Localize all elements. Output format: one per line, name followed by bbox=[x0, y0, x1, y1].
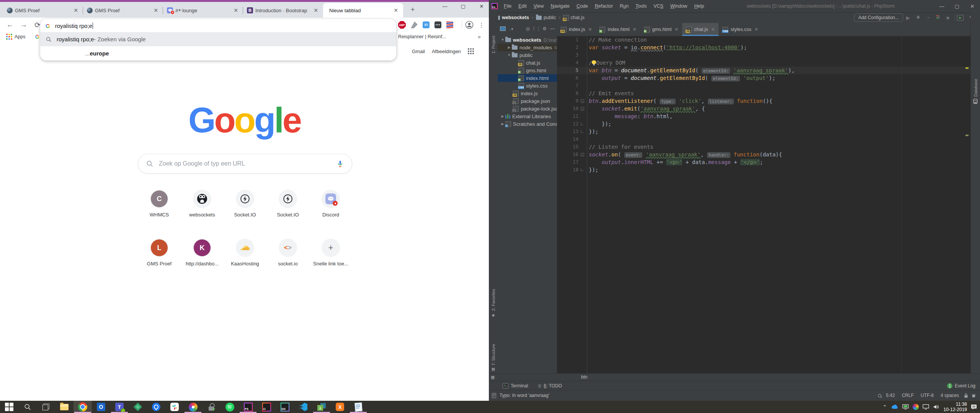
tree-item-styles-css[interactable]: CSSstyles.css bbox=[498, 82, 557, 89]
menu-navigate[interactable]: Navigate bbox=[547, 3, 573, 9]
bookmark-google[interactable]: G bbox=[35, 32, 39, 41]
menu-vcs[interactable]: VCS bbox=[650, 3, 667, 9]
taskbar-intellij-idea-button[interactable]: IJ bbox=[257, 401, 276, 413]
browser-tab[interactable]: GMS Proef✕ bbox=[3, 3, 83, 18]
tree-item-package-lock-json[interactable]: {}package-lock.json bbox=[498, 105, 557, 112]
extension-adblock-icon[interactable]: ABP bbox=[398, 21, 406, 29]
taskbar-maps-button[interactable] bbox=[147, 401, 165, 413]
omnibox[interactable]: G royalistiq rpo;e bbox=[40, 19, 396, 32]
breadcrumb-item[interactable]: JSchat.js bbox=[563, 15, 585, 21]
browser-menu-button[interactable]: ⋮ bbox=[476, 20, 487, 30]
notifications-icon[interactable] bbox=[971, 404, 977, 410]
taskbar-teams-button[interactable]: T✓ bbox=[110, 401, 129, 413]
menu-window[interactable]: Window bbox=[667, 3, 691, 9]
shortcut-socket-io[interactable]: Socket.IO bbox=[224, 190, 266, 218]
taskbar-green-gem-button[interactable] bbox=[129, 401, 147, 413]
tree-arrow-icon[interactable]: ▶ bbox=[501, 114, 505, 118]
shortcut-discord[interactable]: Discord bbox=[309, 190, 352, 218]
tool-tab-favorites[interactable]: ★2: Favorites bbox=[489, 272, 498, 318]
tab-close-icon[interactable]: ✕ bbox=[232, 7, 239, 14]
collapse-all-icon[interactable]: ⁞ bbox=[533, 26, 534, 31]
tree-arrow-icon[interactable]: ▶ bbox=[507, 46, 511, 49]
taskbar-vscode-button[interactable] bbox=[294, 401, 312, 413]
shortcut-whmcs[interactable]: CWHMCS bbox=[138, 190, 181, 218]
menu-run[interactable]: Run bbox=[616, 3, 632, 9]
menu-refactor[interactable]: Refactor bbox=[591, 3, 616, 9]
extension-fi-icon[interactable]: FI bbox=[423, 21, 430, 28]
suggestion-row[interactable]: royalistiq rpo;e - Zoeken via Google bbox=[40, 32, 396, 46]
tree-item-chat-js[interactable]: JSchat.js bbox=[498, 59, 557, 67]
tree-arrow-icon[interactable]: ▼ bbox=[501, 38, 505, 42]
extension-dots-icon[interactable]: ••• bbox=[434, 21, 441, 28]
editor-tab-close-icon[interactable]: ✕ bbox=[755, 27, 758, 32]
suggestion-row[interactable]: ... europe bbox=[40, 46, 396, 60]
browser-maximize-button[interactable]: ▢ bbox=[455, 0, 471, 12]
tree-item-node-modules[interactable]: ▶node_moduleslib bbox=[498, 44, 557, 51]
editor-tab-close-icon[interactable]: ✕ bbox=[711, 27, 715, 32]
background-tasks-icon[interactable] bbox=[877, 393, 882, 398]
tray-chevron-icon[interactable]: ⌃ bbox=[883, 404, 887, 410]
tree-arrow-icon[interactable]: ▶ bbox=[501, 122, 505, 126]
shortcut-gms-proef[interactable]: LGMS Proef bbox=[138, 239, 181, 267]
taskbar-search-button[interactable] bbox=[18, 401, 37, 413]
editor-tab-index-html[interactable]: Hindex.html✕ bbox=[596, 23, 640, 36]
status-message[interactable]: Typo: In word 'aanvraag' bbox=[500, 393, 549, 398]
taskbar-outlook-button[interactable]: O bbox=[92, 401, 110, 413]
indent-style[interactable]: 4 spaces bbox=[941, 393, 959, 398]
tab-close-icon[interactable]: ✕ bbox=[312, 7, 319, 14]
toolwindow-switcher-icon[interactable]: ▦ bbox=[491, 375, 495, 380]
taskbar-phpstorm-button[interactable]: PS bbox=[239, 401, 257, 413]
ide-minimize-button[interactable]: — bbox=[934, 0, 949, 12]
browser-close-button[interactable]: ✕ bbox=[474, 0, 490, 12]
debug-icon[interactable] bbox=[913, 15, 923, 21]
shortcut-http-dashbo-[interactable]: Khttp://dashbo... bbox=[181, 239, 224, 267]
lock-icon[interactable] bbox=[964, 393, 968, 398]
taskbar-lambda-app-button[interactable]: λ bbox=[312, 401, 331, 413]
taskbar-datagrip-button[interactable]: DG bbox=[276, 401, 294, 413]
editor-tab-close-icon[interactable]: ✕ bbox=[675, 27, 678, 32]
fold-marker[interactable] bbox=[581, 168, 583, 171]
tab-close-icon[interactable]: ✕ bbox=[392, 7, 399, 14]
profiler-icon[interactable] bbox=[933, 15, 943, 21]
shortcut-kaashosting[interactable]: KaasHosting bbox=[224, 239, 266, 267]
taskbar-start-button[interactable] bbox=[0, 401, 18, 413]
browser-tab[interactable]: #lounge✕ bbox=[163, 3, 243, 18]
error-stripe-mark[interactable] bbox=[965, 135, 969, 136]
run-anything-icon[interactable]: ▶ bbox=[957, 15, 967, 21]
stop-icon[interactable]: ■ bbox=[943, 15, 953, 21]
clock[interactable]: 11:3810-12-2019 bbox=[944, 402, 967, 412]
taskbar-keepass-button[interactable]: ▼ bbox=[202, 401, 220, 413]
editor-tab-chat-js[interactable]: JSchat.js✕ bbox=[682, 23, 719, 36]
file-encoding[interactable]: UTF-8 bbox=[921, 393, 934, 398]
tree-item-scratches-and-consoles[interactable]: ▶◷Scratches and Consoles bbox=[498, 120, 557, 128]
intention-lightbulb-icon[interactable] bbox=[592, 60, 596, 65]
tree-item-external-libraries[interactable]: ▶External Libraries bbox=[498, 112, 557, 120]
taskbar-color-wheel-app-button[interactable] bbox=[184, 401, 202, 413]
editor-tab-index-js[interactable]: JSindex.js✕ bbox=[557, 23, 596, 36]
google-search-box[interactable]: Zoek op Google of typ een URL bbox=[138, 154, 352, 174]
breadcrumb-item[interactable]: public bbox=[536, 15, 556, 20]
mic-icon[interactable] bbox=[336, 160, 344, 168]
menu-edit[interactable]: Edit bbox=[515, 3, 530, 9]
editor-tab-close-icon[interactable]: ✕ bbox=[588, 27, 592, 32]
extension-gyazo-icon[interactable] bbox=[411, 21, 418, 28]
color-wheel-tray-icon[interactable] bbox=[913, 404, 919, 410]
fold-marker[interactable] bbox=[581, 122, 583, 125]
shortcut-socket-io[interactable]: Socket.IO bbox=[266, 190, 309, 218]
event-log-tab[interactable]: 1Event Log bbox=[947, 383, 975, 389]
extension-stripes-icon[interactable] bbox=[446, 21, 453, 28]
tab-close-icon[interactable]: ✕ bbox=[152, 7, 159, 14]
browser-tab[interactable]: GMS Proef✕ bbox=[83, 3, 163, 18]
gear-icon[interactable]: ⚙ bbox=[542, 26, 547, 31]
locate-icon[interactable]: ◎ bbox=[526, 26, 529, 31]
shortcut-websockets[interactable]: websockets bbox=[181, 190, 224, 218]
images-link[interactable]: Afbeeldingen bbox=[432, 49, 461, 54]
new-tab-button[interactable]: + bbox=[408, 5, 417, 14]
taskbar-task-view-button[interactable] bbox=[37, 401, 55, 413]
terminal-tab[interactable]: >_Terminal bbox=[503, 383, 528, 389]
ide-maximize-button[interactable]: ▢ bbox=[949, 0, 965, 12]
volume-icon[interactable] bbox=[933, 404, 940, 410]
taskbar-slack-button[interactable] bbox=[165, 401, 184, 413]
coverage-icon[interactable]: ◔ bbox=[923, 15, 933, 21]
hide-panel-icon[interactable]: — bbox=[550, 26, 555, 31]
